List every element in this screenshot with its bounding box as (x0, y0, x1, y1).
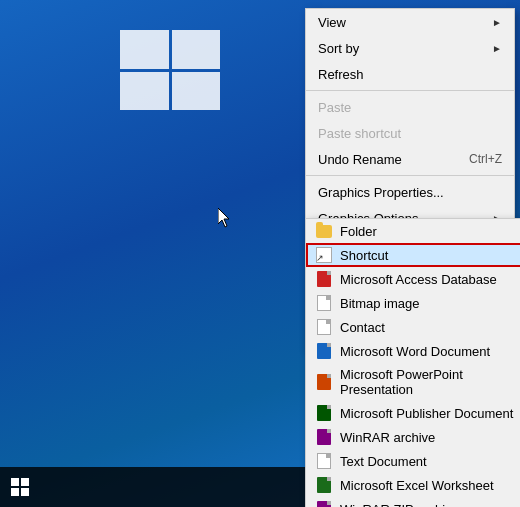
winrar-label: WinRAR archive (340, 430, 435, 445)
submenu-item-bitmap[interactable]: Bitmap image (306, 291, 520, 315)
bitmap-icon (316, 295, 332, 311)
svg-rect-0 (11, 478, 19, 486)
menu-item-paste[interactable]: Paste (306, 94, 514, 120)
excel-label: Microsoft Excel Worksheet (340, 478, 494, 493)
ppt-icon (316, 374, 332, 390)
menu-item-paste-shortcut[interactable]: Paste shortcut (306, 120, 514, 146)
submenu-item-winrar[interactable]: WinRAR archive (306, 425, 520, 449)
submenu-item-contact[interactable]: Contact (306, 315, 520, 339)
access-icon (316, 271, 332, 287)
menu-item-graphics-properties[interactable]: Graphics Properties... (306, 179, 514, 205)
submenu-item-text[interactable]: Text Document (306, 449, 520, 473)
shortcut-label: Shortcut (340, 248, 388, 263)
svg-rect-2 (11, 488, 19, 496)
winrar-icon (316, 429, 332, 445)
winrar-zip-label: WinRAR ZIP archive (340, 502, 459, 508)
view-arrow: ► (492, 17, 502, 28)
folder-label: Folder (340, 224, 377, 239)
text-label: Text Document (340, 454, 427, 469)
contact-label: Contact (340, 320, 385, 335)
menu-item-undo-rename[interactable]: Undo Rename Ctrl+Z (306, 146, 514, 172)
submenu-item-folder[interactable]: Folder (306, 219, 520, 243)
submenu-item-shortcut[interactable]: Shortcut (306, 243, 520, 267)
word-icon (316, 343, 332, 359)
ppt-label: Microsoft PowerPoint Presentation (340, 367, 520, 397)
publisher-icon (316, 405, 332, 421)
view-label: View (318, 15, 346, 30)
sort-by-label: Sort by (318, 41, 359, 56)
menu-item-view[interactable]: View ► (306, 9, 514, 35)
svg-rect-1 (21, 478, 29, 486)
separator-1 (306, 90, 514, 91)
shortcut-icon (316, 247, 332, 263)
submenu-new: Folder Shortcut Microsoft Access Databas… (305, 218, 520, 507)
graphics-properties-label: Graphics Properties... (318, 185, 444, 200)
submenu-item-winrar-zip[interactable]: WinRAR ZIP archive (306, 497, 520, 507)
separator-2 (306, 175, 514, 176)
svg-rect-3 (21, 488, 29, 496)
submenu-item-ppt[interactable]: Microsoft PowerPoint Presentation (306, 363, 520, 401)
bitmap-label: Bitmap image (340, 296, 419, 311)
folder-icon (316, 223, 332, 239)
windows-logo (120, 30, 250, 130)
submenu-item-access-db[interactable]: Microsoft Access Database (306, 267, 520, 291)
menu-item-sort-by[interactable]: Sort by ► (306, 35, 514, 61)
access-db-label: Microsoft Access Database (340, 272, 497, 287)
submenu-item-excel[interactable]: Microsoft Excel Worksheet (306, 473, 520, 497)
contact-icon (316, 319, 332, 335)
sort-by-arrow: ► (492, 43, 502, 54)
publisher-label: Microsoft Publisher Document (340, 406, 513, 421)
paste-shortcut-label: Paste shortcut (318, 126, 401, 141)
start-button[interactable] (0, 467, 40, 507)
text-icon (316, 453, 332, 469)
paste-label: Paste (318, 100, 351, 115)
menu-item-refresh[interactable]: Refresh (306, 61, 514, 87)
undo-rename-label: Undo Rename (318, 152, 402, 167)
submenu-item-word[interactable]: Microsoft Word Document (306, 339, 520, 363)
excel-icon (316, 477, 332, 493)
winrar-zip-icon (316, 501, 332, 507)
submenu-item-publisher[interactable]: Microsoft Publisher Document (306, 401, 520, 425)
refresh-label: Refresh (318, 67, 364, 82)
word-label: Microsoft Word Document (340, 344, 490, 359)
undo-rename-shortcut: Ctrl+Z (469, 152, 502, 166)
